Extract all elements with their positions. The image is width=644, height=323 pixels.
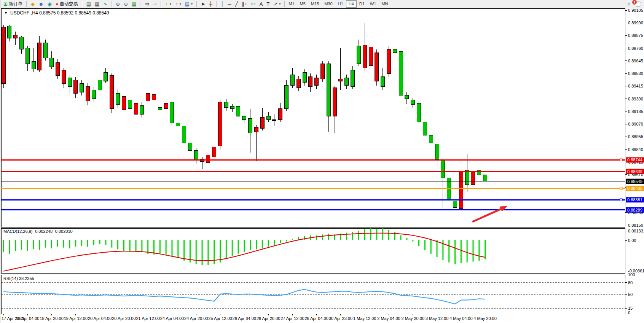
candlestick-chart-icon[interactable]: ▦ [93, 0, 101, 8]
macd-histogram-bar [274, 240, 275, 245]
candle-body [369, 47, 373, 66]
profile-icon[interactable]: ☻ [37, 0, 46, 8]
text-icon[interactable]: A [258, 0, 265, 8]
toolbar-separator [196, 1, 197, 7]
candle-body [98, 80, 102, 90]
crosshair-icon: ┼ [209, 2, 212, 6]
rsi-axis-tick: 0 [628, 310, 630, 315]
line-drag-handle[interactable] [620, 187, 622, 189]
period-clock-icon[interactable]: ◔▾ [173, 0, 183, 8]
vertical-line-icon[interactable]: │ [219, 0, 226, 8]
price-line-label-text: 0.88381 [627, 197, 642, 202]
macd-histogram-bar [39, 240, 40, 250]
time-axis-label: 26 Apr 04:00 [233, 316, 256, 321]
candle-body [8, 26, 11, 38]
time-axis-label: 30 Apr 23:00 [329, 316, 352, 321]
price-axis-tick: 0.89530 [628, 71, 643, 76]
collapse-triangle-icon[interactable]: ▼ [4, 11, 8, 15]
timeframe-button-m30[interactable]: M30 [322, 0, 335, 8]
autotrading-button[interactable]: ●自动交易 [54, 0, 80, 8]
toolbar-group: ⊕⊖▦ [113, 0, 139, 8]
candle-body [212, 147, 216, 157]
price-axis-tick: 0.89415 [628, 84, 643, 88]
search-icon[interactable]: ⌕ [628, 2, 631, 6]
bar-chart-icon: ▤ [86, 2, 91, 6]
time-axis-label: 24 Apr 04:00 [160, 316, 184, 321]
toolbar-group: │─╱∥E≡FAT↗▾ [218, 0, 284, 8]
text-label-icon[interactable]: T [265, 0, 271, 8]
candle-body [315, 78, 319, 86]
candle-body [483, 175, 487, 181]
line-chart-icon[interactable]: ∿ [101, 0, 109, 8]
candle-body [351, 70, 355, 87]
time-axis-label: 3 May 12:00 [426, 316, 449, 321]
candle-body [194, 150, 198, 160]
chart-title-ohlc: USDCHF-,H4 0.88575 0.88592 0.88549 0.885… [10, 10, 109, 16]
macd-histogram-bar [370, 228, 371, 240]
macd-histogram-bar [418, 240, 419, 246]
timeframe-button-m1[interactable]: M1 [286, 0, 297, 8]
candle-body [411, 100, 415, 105]
candle-body [333, 88, 336, 116]
line-drag-handle[interactable] [620, 159, 622, 161]
macd-histogram-bar [45, 240, 46, 248]
timeframe-button-d1[interactable]: D1 [357, 0, 367, 8]
chart-area[interactable]: 0.901050.899900.898750.897600.896450.895… [0, 0, 644, 323]
autotrading-button-label: 自动交易 [60, 1, 78, 7]
macd-histogram-bar [3, 240, 4, 252]
macd-histogram-bar [448, 240, 450, 263]
auto-scroll-icon[interactable]: ⇉ [143, 0, 151, 8]
toolbar-separator [26, 1, 27, 7]
macd-histogram-bar [472, 240, 473, 262]
fibonacci-icon[interactable]: ≡F [249, 0, 257, 8]
chat-icon[interactable]: 1 [634, 2, 641, 7]
macd-histogram-bar [232, 240, 233, 256]
line-drag-handle[interactable] [620, 199, 622, 201]
timeframe-button-m15[interactable]: M15 [308, 0, 322, 8]
fibonacci-icon-sub: F [254, 2, 256, 6]
timeframe-button-w1[interactable]: W1 [367, 0, 379, 8]
price-axis-tick: 0.89645 [628, 59, 643, 63]
timeframe-button-m5[interactable]: M5 [297, 0, 308, 8]
candle-body [309, 77, 312, 87]
channel-icon[interactable]: ∥E [240, 0, 249, 8]
time-axis-label: 24 Apr 20:00 [184, 316, 208, 321]
chevron-down-icon: ▾ [170, 2, 171, 6]
text-icon: A [260, 2, 263, 6]
period-clock-icon: ◔ [175, 2, 178, 6]
toolbar-button-groups: ⊞新订单◆☻◉●自动交易▤▦∿⊕⊖▦⇉⇀+▾◔▾▤▾➤┼│─╱∥E≡FAT↗▾ [0, 0, 286, 8]
cursor-icon[interactable]: ➤ [199, 0, 207, 8]
timeframe-button-h4[interactable]: H4 [346, 0, 357, 8]
crosshair-icon[interactable]: ┼ [207, 0, 214, 8]
macd-histogram-bar [220, 240, 221, 263]
macd-histogram-bar [177, 240, 179, 258]
arrows-icon: ↗ [273, 2, 277, 6]
candle-body [50, 58, 54, 67]
horizontal-line-icon[interactable]: ─ [226, 0, 233, 8]
time-axis-label: 25 Apr 12:00 [208, 316, 232, 321]
macd-histogram-bar [437, 240, 438, 257]
tile-windows-icon[interactable]: ▦ [130, 0, 138, 8]
new-order-button[interactable]: ⊞新订单 [2, 0, 24, 8]
chart-shift-icon[interactable]: ⇀ [151, 0, 159, 8]
zoom-in-icon[interactable]: ⊕ [114, 0, 122, 8]
trendline-icon[interactable]: ╱ [233, 0, 240, 8]
macd-histogram-bar [412, 240, 413, 242]
timeframe-button-h1[interactable]: H1 [335, 0, 346, 8]
signals-icon[interactable]: ◉ [46, 0, 54, 8]
bar-chart-icon[interactable]: ▤ [84, 0, 93, 8]
add-indicator-icon[interactable]: +▾ [163, 0, 173, 8]
zoom-out-icon[interactable]: ⊖ [122, 0, 130, 8]
chevron-down-icon: ▾ [191, 2, 193, 6]
candle-body [80, 83, 84, 92]
macd-histogram-bar [129, 240, 131, 252]
candle-body [182, 126, 186, 143]
macd-histogram-bar [322, 234, 323, 240]
macd-histogram-bar [382, 228, 383, 240]
template-icon[interactable]: ▤▾ [183, 0, 194, 8]
macd-histogram-bar [467, 240, 468, 263]
data-window-icon[interactable]: ◆ [29, 0, 37, 8]
timeframe-button-mn[interactable]: MN [379, 0, 391, 8]
candle-body [230, 107, 234, 109]
arrows-icon[interactable]: ↗▾ [271, 0, 282, 8]
